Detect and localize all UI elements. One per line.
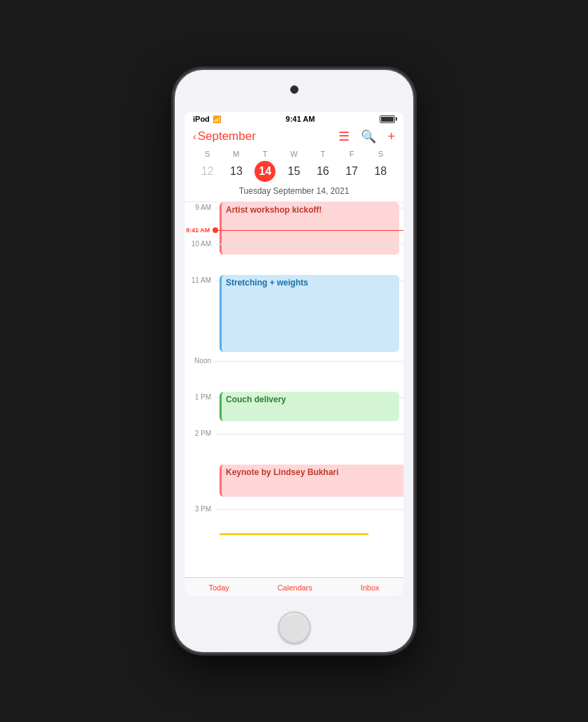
time-label-noon: Noon (185, 355, 215, 364)
day-f: F (337, 150, 366, 158)
screen: iPod 📶 9:41 AM ‹ September ☰ 🔍 + (185, 112, 403, 596)
tab-today-label: Today (208, 583, 229, 592)
day-s1: S (193, 150, 222, 158)
calendar-header: ‹ September ☰ 🔍 + S M T W T F S (185, 125, 403, 202)
time-slot-11am: 11 AM Stretching + weights (185, 275, 403, 355)
time-slot-1pm: 1 PM Couch delivery (185, 392, 403, 428)
events-area-3pm (215, 504, 403, 532)
nav-right-buttons: ☰ 🔍 + (338, 129, 395, 144)
events-area-9am: Artist workshop kickoff! (215, 202, 403, 239)
home-button[interactable] (278, 611, 310, 644)
current-time-dot (213, 227, 218, 233)
device: iPod 📶 9:41 AM ‹ September ☰ 🔍 + (175, 70, 413, 652)
tab-bar: Today Calendars Inbox (185, 577, 403, 596)
calendar-nav: ‹ September ☰ 🔍 + (193, 129, 395, 144)
time-label-10am: 10 AM (185, 239, 215, 248)
chevron-left-icon: ‹ (193, 131, 196, 142)
event-keynote[interactable]: Keynote by Lindsey Bukhari (220, 465, 403, 497)
keynote-area: Keynote by Lindsey Bukhari (215, 465, 403, 504)
status-right (380, 115, 395, 123)
time-label-1pm: 1 PM (185, 392, 215, 401)
events-area-2pm (215, 428, 403, 465)
time-slot-noon: Noon (185, 355, 403, 392)
current-time-line (215, 230, 403, 231)
search-icon[interactable]: 🔍 (361, 129, 376, 144)
events-area-11am: Stretching + weights (215, 275, 403, 355)
date-17[interactable]: 17 (341, 161, 362, 182)
event-title: Artist workshop kickoff! (226, 205, 322, 215)
date-12[interactable]: 12 (197, 161, 218, 182)
timeline-inner: 9 AM Artist workshop kickoff! 9:41 AM (185, 202, 403, 546)
week-days-header: S M T W T F S (193, 150, 395, 158)
keynote-row: Keynote by Lindsey Bukhari (185, 465, 403, 504)
carrier-label: iPod (193, 115, 210, 123)
event-stretching[interactable]: Stretching + weights (220, 275, 399, 352)
events-area-10am (215, 239, 403, 275)
time-label-11am: 11 AM (185, 275, 215, 284)
selected-date-label: Tuesday September 14, 2021 (193, 185, 395, 199)
date-16[interactable]: 16 (313, 161, 334, 182)
date-13[interactable]: 13 (226, 161, 247, 182)
date-14-today[interactable]: 14 (254, 161, 275, 182)
event-title: Stretching + weights (226, 278, 308, 288)
day-m: M (222, 150, 250, 158)
tab-today[interactable]: Today (208, 583, 229, 592)
day-w: W (280, 150, 308, 158)
time-slot-10am: 10 AM (185, 239, 403, 275)
week-dates: 12 13 14 15 16 17 18 (193, 161, 395, 182)
date-18[interactable]: 18 (370, 161, 391, 182)
tab-calendars[interactable]: Calendars (278, 583, 313, 592)
event-title: Couch delivery (226, 395, 286, 404)
empty-time-label (185, 465, 215, 504)
timeline-scroll[interactable]: 9 AM Artist workshop kickoff! 9:41 AM (185, 202, 403, 577)
time-label-2pm: 2 PM (185, 428, 215, 437)
camera (290, 85, 299, 94)
battery-fill (381, 117, 394, 122)
tab-inbox-label: Inbox (361, 583, 380, 592)
time-slot-2pm: 2 PM (185, 428, 403, 465)
event-title: Keynote by Lindsey Bukhari (226, 467, 338, 477)
event-couch-delivery[interactable]: Couch delivery (220, 392, 399, 421)
plus-icon[interactable]: + (387, 129, 395, 144)
bottom-spacer (185, 535, 403, 546)
time-label-3pm: 3 PM (185, 504, 215, 513)
battery-icon (380, 115, 395, 123)
day-t2: T (308, 150, 337, 158)
status-time: 9:41 AM (286, 115, 315, 123)
status-bar: iPod 📶 9:41 AM (185, 112, 403, 125)
day-t1: T (251, 150, 280, 158)
events-area-1pm: Couch delivery (215, 392, 403, 428)
wifi-icon: 📶 (213, 115, 221, 123)
day-s2: S (366, 150, 395, 158)
time-label-9am: 9 AM (185, 202, 215, 211)
time-slot-3pm: 3 PM (185, 504, 403, 532)
current-time-label: 9:41 AM (186, 227, 210, 234)
date-15[interactable]: 15 (283, 161, 304, 182)
tab-inbox[interactable]: Inbox (361, 583, 380, 592)
back-button[interactable]: ‹ September (193, 129, 256, 143)
status-left: iPod 📶 (193, 115, 221, 123)
time-slot-9am: 9 AM Artist workshop kickoff! (185, 202, 403, 239)
list-icon[interactable]: ☰ (338, 129, 350, 144)
events-area-noon (215, 355, 403, 392)
back-label: September (198, 129, 256, 143)
tab-calendars-label: Calendars (278, 583, 313, 592)
